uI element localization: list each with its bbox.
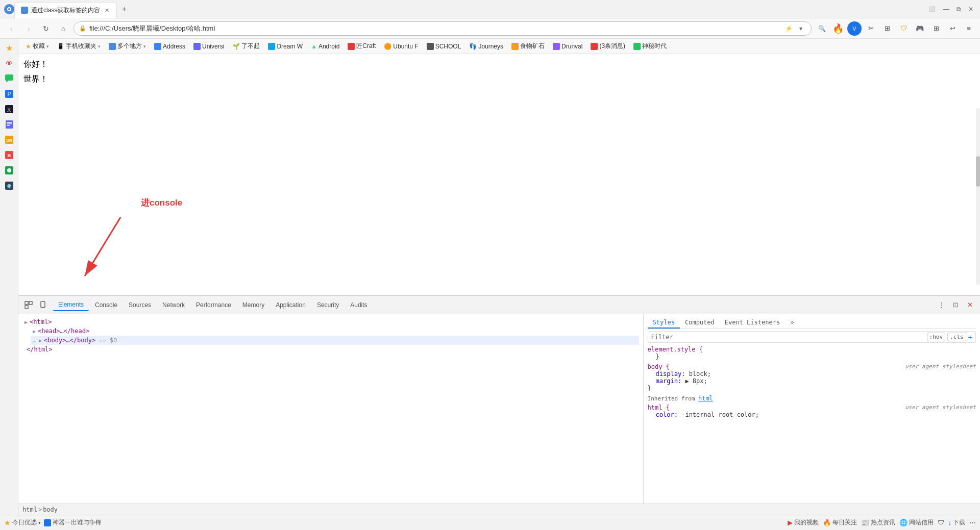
filter-input[interactable] [677, 334, 925, 341]
devtools-tab-performance[interactable]: Performance [191, 299, 236, 311]
devtools-tab-security[interactable]: Security [312, 299, 344, 311]
styles-tabs: Styles Computed Event Listeners » [648, 317, 976, 329]
bookmark-ubuntu[interactable]: 🟠 Ubuntu F [381, 42, 421, 51]
devtools-close-icon[interactable]: ✕ [964, 299, 976, 311]
bookmark-favorites[interactable]: ★ 收藏 ▾ [22, 41, 52, 52]
bookmark-food[interactable]: 食物矿石 [508, 41, 548, 52]
status-today-picks[interactable]: ★ 今日优选 ▾ [4, 518, 41, 527]
lightning-icon[interactable]: ⚡ [783, 23, 794, 34]
bookmark-dreamw[interactable]: Dream W [265, 42, 306, 51]
page-scrollbar[interactable] [976, 108, 980, 285]
status-bar: ★ 今日优选 ▾ 神器一出谁与争锋 ▶ 我的视频 🔥 每日关注 📰 热点资讯 🌐… [0, 515, 980, 530]
home-button[interactable]: ⌂ [56, 21, 70, 36]
search-button[interactable]: 🔍 [815, 21, 829, 36]
styles-tab-more[interactable]: » [785, 317, 799, 329]
window-close-button[interactable]: ✕ [966, 4, 976, 14]
filter-label: Filter [651, 334, 673, 341]
address-bar[interactable]: 🔒 file:///C:/Users/晓星晨曦/Desktop/哈哈.html … [74, 21, 812, 36]
grid-button[interactable]: ⊞ [880, 21, 894, 36]
cut-button[interactable]: ✂ [864, 21, 878, 36]
devtools-tab-application[interactable]: Application [271, 299, 311, 311]
status-news[interactable]: 📰 热点资讯 [861, 518, 895, 527]
sidebar-chat[interactable] [2, 71, 16, 86]
scrollbar-thumb[interactable] [976, 156, 980, 187]
styles-tab-eventlisteners[interactable]: Event Listeners [720, 317, 785, 329]
toggle-html[interactable]: ▶ [24, 319, 28, 325]
devtools-tab-network[interactable]: Network [157, 299, 190, 311]
status-shield[interactable]: 🛡 [938, 519, 944, 526]
status-website[interactable]: 🌐 网站信用 [899, 518, 934, 527]
bookmark-mystery[interactable]: 神秘时代 [630, 41, 670, 52]
svg-point-18 [7, 168, 11, 172]
toggle-head[interactable]: ▶ [33, 329, 36, 334]
more-button[interactable]: ≡ [962, 21, 976, 36]
bookmark-label: Dream W [277, 43, 303, 50]
status-bot[interactable]: 神器一出谁与争锋 [44, 518, 102, 527]
bookmark-school[interactable]: SCHOOL [424, 42, 464, 51]
game-button[interactable]: 🎮 [913, 21, 927, 36]
html-close-line[interactable]: </html> [22, 345, 639, 354]
window-restore-button[interactable]: ⧉ [953, 4, 964, 14]
status-download[interactable]: ↓ 下载 [948, 518, 966, 527]
tab-close-button[interactable]: ✕ [103, 7, 110, 14]
vpn-button[interactable]: V [847, 21, 862, 36]
new-tab-button[interactable]: + [117, 2, 131, 16]
sidebar-star[interactable]: ★ [2, 41, 16, 55]
path-html[interactable]: html [22, 506, 37, 513]
sidebar-orange[interactable]: SN [2, 133, 16, 147]
bookmark-mobile[interactable]: 📱 手机收藏夹 ▾ [54, 41, 104, 52]
path-body[interactable]: body [43, 506, 58, 513]
bookmark-universi[interactable]: Universi [190, 42, 227, 51]
svg-text:🌍: 🌍 [7, 184, 12, 189]
sidebar-dark[interactable]: 文 [2, 102, 16, 116]
bookmark-amazing[interactable]: 🌱 了不起 [229, 41, 263, 52]
forward-button[interactable]: › [21, 21, 36, 36]
window-minimize-button[interactable]: — [941, 4, 951, 14]
sidebar-green-app[interactable] [2, 163, 16, 178]
bookmark-craft[interactable]: 匠Craft [345, 41, 379, 52]
devtools-panel: Elements Console Sources Network Perform… [18, 295, 980, 515]
bookmark-messages[interactable]: (3条消息) [587, 41, 628, 52]
shield-button[interactable]: 🛡 [896, 21, 911, 36]
refresh-button[interactable]: ↻ [39, 21, 53, 36]
devtools-inspect-icon[interactable] [22, 299, 35, 311]
styles-tab-computed[interactable]: Computed [680, 317, 720, 329]
head-tag-line[interactable]: ▶ <head>…</head> [31, 326, 639, 336]
toggle-body[interactable]: ▶ [39, 338, 42, 343]
status-daily[interactable]: 🔥 每日关注 [823, 518, 857, 527]
hotspot-button[interactable]: 🔥 [831, 21, 845, 36]
sidebar-blue[interactable]: P [2, 87, 16, 101]
bookmark-journeys[interactable]: 👣 Journeys [466, 42, 506, 51]
bookmark-places[interactable]: 多个地方 ▾ [106, 41, 149, 52]
styles-tab-styles[interactable]: Styles [648, 317, 680, 329]
sidebar-dark2[interactable]: 🌍 [2, 179, 16, 193]
body-tag-line[interactable]: … ▶ <body>…</body> == $0 [31, 336, 639, 345]
filter-hov[interactable]: :hov [927, 333, 946, 341]
devtools-tab-elements[interactable]: Elements [53, 299, 89, 311]
filter-cls[interactable]: .cls [947, 333, 966, 341]
devtools-tab-audits[interactable]: Audits [345, 299, 372, 311]
address-dropdown[interactable]: ▾ [796, 23, 806, 34]
devtools-tab-sources[interactable]: Sources [124, 299, 156, 311]
sidebar-doc[interactable] [2, 117, 16, 132]
inherited-html-link[interactable]: html [698, 395, 713, 402]
status-more[interactable]: ⋯ [969, 519, 976, 526]
devtools-tab-console[interactable]: Console [90, 299, 122, 311]
sidebar-red[interactable]: B [2, 148, 16, 162]
devtools-undock-icon[interactable]: ⊡ [949, 299, 962, 311]
status-video[interactable]: ▶ 我的视频 [788, 518, 819, 527]
bookmark-drunval[interactable]: Drunval [550, 42, 585, 51]
undo-button[interactable]: ↩ [945, 21, 960, 36]
active-tab[interactable]: 通过class获取标签的内容 ✕ [14, 2, 117, 18]
html-tag-line[interactable]: ▶ <html> [22, 317, 639, 326]
devtools-settings-icon[interactable]: ⋮ [935, 299, 947, 311]
window-ext1[interactable]: ⬜ [925, 2, 939, 16]
bookmark-android[interactable]: ▲ Android [308, 42, 342, 51]
devtools-device-icon[interactable] [37, 299, 49, 311]
back-button[interactable]: ‹ [4, 21, 18, 36]
apps-button[interactable]: ⊞ [929, 21, 943, 36]
sidebar-eye[interactable]: 👁 [2, 56, 16, 70]
devtools-tab-memory[interactable]: Memory [237, 299, 270, 311]
filter-add-button[interactable]: + [968, 333, 972, 341]
bookmark-address[interactable]: Address [151, 42, 188, 51]
